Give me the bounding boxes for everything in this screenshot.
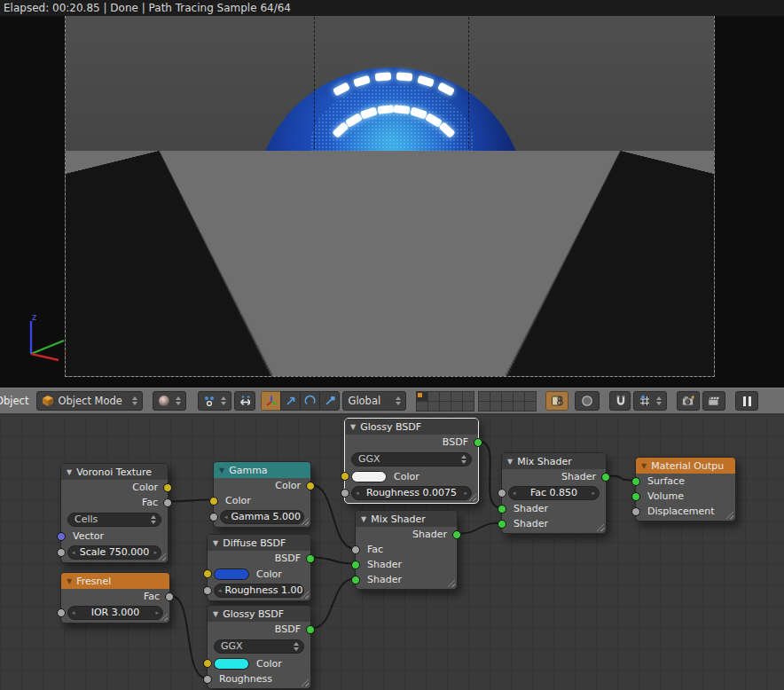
socket-shader1[interactable] (351, 561, 360, 569)
socket-fac[interactable] (351, 545, 360, 554)
node-voronoi[interactable]: ▼Voronoi TextureColorFacCellsVector◂Scal… (60, 463, 169, 563)
orientation-select[interactable]: Global (342, 391, 406, 411)
socket-fac[interactable] (165, 592, 174, 601)
slider-left-arrow-icon[interactable]: ◂ (68, 609, 79, 616)
layer-cell[interactable] (427, 401, 440, 412)
dropdown[interactable]: Cells (67, 513, 161, 527)
socket-color[interactable] (203, 659, 212, 668)
pivot-point-select[interactable] (198, 391, 231, 411)
socket-color[interactable] (163, 483, 172, 492)
layer-cell[interactable] (490, 401, 502, 412)
node-mix1[interactable]: ▼Mix ShaderShaderFacShaderShader (355, 510, 458, 590)
socket-scale[interactable] (57, 548, 66, 557)
layer-cell[interactable] (513, 401, 525, 412)
socket-shader2[interactable] (498, 520, 506, 529)
socket-fac[interactable] (163, 498, 172, 507)
3d-cursor[interactable] (375, 314, 407, 346)
slider-left-arrow-icon[interactable]: ◂ (221, 514, 231, 521)
manipulate-centers-toggle[interactable] (234, 391, 255, 411)
collapse-icon[interactable]: ▼ (361, 515, 366, 523)
socket-shader_out[interactable] (601, 473, 610, 482)
socket-ior[interactable] (57, 608, 66, 617)
socket-color[interactable] (203, 569, 212, 578)
socket-roughness[interactable] (203, 586, 212, 595)
slider-left-arrow-icon[interactable]: ◂ (215, 587, 225, 594)
collapse-icon[interactable]: ▼ (213, 539, 218, 547)
object-menu[interactable]: Object (0, 395, 28, 407)
layer-cell[interactable] (524, 401, 537, 412)
socket-roughness[interactable] (203, 675, 212, 684)
collapse-icon[interactable]: ▼ (67, 577, 72, 585)
slider-right-arrow-icon[interactable]: ▸ (588, 490, 599, 497)
layers-group-1[interactable] (416, 391, 474, 411)
translate-manipulator-button[interactable] (280, 391, 301, 411)
socket-shader_out[interactable] (452, 530, 461, 539)
mode-select[interactable]: Object Mode (36, 391, 143, 411)
slider[interactable]: ◂Fac 0.850▸ (508, 486, 600, 500)
node-mix2[interactable]: ▼Mix ShaderShader◂Fac 0.850▸ShaderShader (501, 452, 607, 534)
layer-cell[interactable] (501, 401, 514, 412)
node-diffuse[interactable]: ▼Diffuse BSDFBSDFColor◂Roughness 1.00▸ (207, 534, 311, 601)
slider-right-arrow-icon[interactable]: ▸ (303, 587, 304, 594)
manipulator-toggle[interactable] (261, 391, 281, 411)
collapse-icon[interactable]: ▼ (213, 610, 218, 618)
collapse-icon[interactable]: ▼ (641, 462, 647, 470)
snap-toggle-button[interactable] (609, 391, 631, 411)
collapse-icon[interactable]: ▼ (350, 423, 356, 431)
socket-roughness[interactable] (341, 489, 349, 498)
node-glossy1[interactable]: ▼Glossy BSDFBSDFGGXColor◂Roughness 0.007… (344, 418, 479, 504)
layer-cell[interactable] (478, 401, 490, 412)
slider[interactable]: ◂IOR 3.000▸ (67, 606, 163, 620)
socket-bsdf[interactable] (474, 438, 482, 447)
socket-bsdf[interactable] (306, 554, 315, 563)
node-glossy2[interactable]: ▼Glossy BSDFBSDFGGXColorRoughness (207, 605, 311, 689)
socket-displacement[interactable] (631, 507, 640, 516)
node-gamma[interactable]: ▼GammaColorColor◂Gamma 5.000▸ (213, 461, 311, 528)
socket-fac[interactable] (498, 489, 506, 498)
layer-cell[interactable] (439, 401, 451, 412)
slider-right-arrow-icon[interactable]: ▸ (152, 609, 162, 616)
slider[interactable]: ◂Gamma 5.000▸ (220, 510, 304, 524)
slider-right-arrow-icon[interactable]: ▸ (150, 549, 161, 556)
rotate-manipulator-button[interactable] (300, 391, 320, 411)
slider-right-arrow-icon[interactable]: ▸ (460, 490, 471, 497)
layers-group-2[interactable] (478, 391, 536, 411)
layer-cell[interactable] (416, 401, 428, 412)
scale-manipulator-button[interactable] (319, 391, 340, 411)
3d-viewport[interactable]: Elapsed: 00:20.85 | Done | Path Tracing … (0, 0, 784, 388)
socket-color_out[interactable] (306, 482, 315, 490)
dropdown[interactable]: GGX (351, 452, 472, 467)
color-swatch[interactable] (351, 471, 387, 482)
color-swatch[interactable] (214, 568, 249, 580)
viewport-shading-select[interactable] (153, 391, 186, 411)
pause-button[interactable] (735, 391, 758, 411)
render-opengl-anim-button[interactable] (702, 391, 725, 411)
node-output[interactable]: ▼Material OutpuSurfaceVolumeDisplacement (635, 457, 736, 521)
socket-surface[interactable] (631, 477, 640, 486)
color-swatch[interactable] (214, 658, 249, 670)
layer-cell[interactable] (451, 401, 463, 412)
socket-shader1[interactable] (498, 505, 506, 514)
proportional-edit-button[interactable] (575, 391, 600, 411)
collapse-icon[interactable]: ▼ (507, 458, 513, 466)
node-editor[interactable]: ▼Voronoi TextureColorFacCellsVector◂Scal… (0, 414, 784, 690)
socket-vector[interactable] (57, 532, 66, 541)
socket-bsdf[interactable] (306, 625, 315, 634)
socket-gamma[interactable] (209, 513, 218, 521)
collapse-icon[interactable]: ▼ (67, 468, 72, 476)
layer-cell[interactable] (462, 401, 474, 412)
slider[interactable]: ◂Roughness 1.00▸ (214, 584, 304, 598)
socket-color[interactable] (341, 472, 349, 481)
render-opengl-image-button[interactable] (677, 391, 700, 411)
dropdown[interactable]: GGX (214, 639, 304, 654)
socket-volume[interactable] (631, 492, 640, 501)
slider-left-arrow-icon[interactable]: ◂ (352, 490, 363, 497)
slider-left-arrow-icon[interactable]: ◂ (68, 549, 79, 556)
slider-right-arrow-icon[interactable]: ▸ (301, 514, 304, 521)
node-fresnel[interactable]: ▼FresnelFac◂IOR 3.000▸ (60, 572, 170, 623)
slider[interactable]: ◂Scale 750.000▸ (67, 545, 161, 560)
socket-shader2[interactable] (351, 576, 360, 584)
socket-color_in[interactable] (209, 497, 218, 506)
lock-to-scene-toggle[interactable] (545, 391, 568, 411)
collapse-icon[interactable]: ▼ (219, 467, 224, 474)
